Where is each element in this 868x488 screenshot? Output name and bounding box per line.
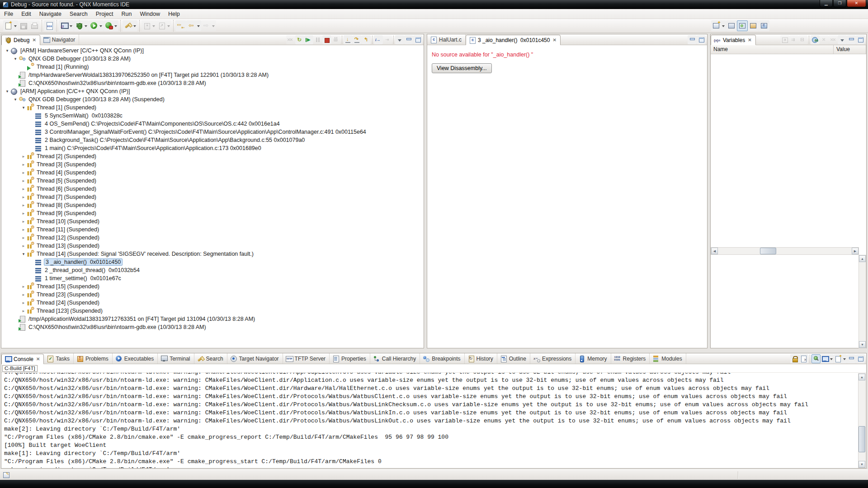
debug-target-dropdown-arrow[interactable]	[70, 25, 72, 28]
step-over-button[interactable]	[353, 35, 362, 44]
debug-tab-debug[interactable]: Debug✕	[1, 35, 40, 45]
clear-console-button[interactable]	[799, 354, 808, 363]
pin-console-button[interactable]	[811, 354, 821, 363]
bottom-tab-console[interactable]: Console✕	[1, 354, 44, 364]
column-header-name[interactable]: Name	[711, 45, 834, 54]
variables-vertical-scrollbar[interactable]: ▲ ▼	[859, 255, 866, 348]
collapsed-twisty-icon[interactable]: ▸	[20, 235, 27, 240]
minimize-button[interactable]	[688, 35, 697, 44]
collapsed-twisty-icon[interactable]: ▸	[20, 244, 27, 248]
bottom-tab-tftp-server[interactable]: TFTP Server	[283, 353, 330, 364]
tree-row[interactable]: ▸Thread [123] (Suspended)	[1, 307, 424, 315]
collapsed-twisty-icon[interactable]: ▸	[20, 284, 27, 289]
bottom-tab-expressions[interactable]: Expressions	[530, 353, 576, 364]
fastview-perspective-button[interactable]	[726, 20, 737, 31]
tree-row[interactable]: 3 ControlManager_SignalWaitForEvent() C:…	[1, 128, 424, 136]
close-icon[interactable]: ✕	[748, 38, 751, 42]
bottom-tab-registers[interactable]: Registers	[611, 353, 650, 364]
scroll-down-arrow[interactable]: ▼	[859, 341, 866, 348]
windows-taskbar[interactable]	[0, 480, 868, 488]
collapsed-twisty-icon[interactable]: ▸	[20, 154, 27, 159]
view-disassembly-button[interactable]: View Disassembly...	[432, 63, 492, 73]
profile-button[interactable]	[104, 20, 118, 31]
run-dropdown-arrow[interactable]	[99, 25, 102, 28]
collapsed-twisty-icon[interactable]: ▸	[20, 195, 27, 199]
tree-row[interactable]: 3 _aio_handler() 0x0101c450	[1, 258, 424, 266]
tree-row[interactable]: ▸Thread [24] (Suspended)	[1, 299, 424, 307]
tree-row[interactable]: 2 _thread_pool_thread() 0x01032b54	[1, 266, 424, 274]
bottom-tab-memory[interactable]: Memory	[576, 353, 611, 364]
last-edit-button[interactable]	[175, 20, 186, 31]
tree-row[interactable]: ▸Thread [4] (Suspended)	[1, 169, 424, 177]
menu-project[interactable]: Project	[92, 9, 118, 19]
minimize-button[interactable]	[847, 354, 856, 363]
cpp-perspective-button[interactable]	[759, 20, 769, 31]
collapsed-twisty-icon[interactable]: ▸	[20, 227, 27, 232]
open-type-dropdown-arrow[interactable]	[167, 25, 170, 28]
menu-help[interactable]: Help	[164, 9, 184, 19]
open-console-dropdown-arrow[interactable]	[843, 358, 846, 361]
tree-row[interactable]: C:\QNX650\host\win32\x86\usr\bin\ntoarm-…	[1, 79, 424, 87]
back-button[interactable]	[186, 20, 201, 31]
expanded-twisty-icon[interactable]: ▾	[12, 97, 19, 102]
back-dropdown-arrow[interactable]	[197, 25, 200, 28]
open-perspective-dropdown-arrow[interactable]	[722, 25, 725, 28]
minimize-button[interactable]	[847, 35, 856, 44]
resume-button[interactable]	[304, 35, 313, 44]
window-minimize-button[interactable]: ▁	[820, 0, 833, 7]
qnx-perspective-button[interactable]	[748, 20, 759, 31]
instruction-stepping-button[interactable]	[374, 35, 383, 44]
collapsed-twisty-icon[interactable]: ▸	[20, 203, 27, 207]
scroll-lock-button[interactable]	[790, 354, 799, 363]
close-icon[interactable]: ✕	[32, 38, 36, 42]
collapsed-twisty-icon[interactable]: ▸	[20, 162, 27, 167]
step-into-button[interactable]	[344, 35, 353, 44]
collapsed-twisty-icon[interactable]: ▸	[20, 170, 27, 175]
tree-row[interactable]: ▾[ARM] Application [C/C++ QNX QConn (IP)…	[1, 87, 424, 95]
step-return-button[interactable]	[362, 35, 371, 44]
show-globals-button[interactable]	[811, 35, 820, 44]
collapsed-twisty-icon[interactable]: ▸	[20, 292, 27, 297]
window-maximize-button[interactable]: ❐	[833, 0, 846, 7]
bottom-tab-properties[interactable]: Properties	[330, 353, 370, 364]
editor-tab-3-aio-handler-0x0101c450[interactable]: 3 _aio_handler() 0x0101c450✕	[466, 35, 561, 45]
tree-row[interactable]: ▸Thread [2] (Suspended)	[1, 152, 424, 160]
profile-dropdown-arrow[interactable]	[114, 25, 117, 28]
scrollbar-thumb[interactable]	[859, 426, 865, 452]
close-icon[interactable]: ✕	[552, 38, 556, 42]
collapsed-twisty-icon[interactable]: ▸	[20, 187, 27, 191]
tree-row[interactable]: ▸Thread [12] (Suspended)	[1, 234, 424, 242]
menu-edit[interactable]: Edit	[17, 9, 35, 19]
tree-row[interactable]: ▸Thread [11] (Suspended)	[1, 225, 424, 234]
maximize-button[interactable]	[697, 35, 706, 44]
menu-file[interactable]: File	[0, 9, 17, 19]
scroll-down-arrow[interactable]: ▼	[859, 461, 865, 468]
run-button[interactable]	[89, 20, 104, 31]
display-console-button[interactable]	[821, 354, 834, 363]
expanded-twisty-icon[interactable]: ▾	[4, 48, 10, 53]
bottom-tab-outline[interactable]: Outline	[497, 353, 530, 364]
tree-row[interactable]: ▸Thread [13] (Suspended)	[1, 242, 424, 250]
collapsed-twisty-icon[interactable]: ▸	[20, 178, 27, 183]
bottom-tab-breakpoints[interactable]: Breakpoints	[420, 353, 464, 364]
tree-row[interactable]: /tmp/HardwareServerWoldal138313970625235…	[1, 71, 424, 79]
tree-row[interactable]: 1 main() C:\Projects\Code\F4T\Main\Sourc…	[1, 144, 424, 152]
tree-row[interactable]: ▸Thread [8] (Suspended)	[1, 201, 424, 209]
tree-row[interactable]: ▾[ARM] HardwareServer [C/C++ QNX QConn (…	[1, 47, 424, 55]
search-tb-dropdown-arrow[interactable]	[133, 25, 136, 28]
collapsed-twisty-icon[interactable]: ▸	[20, 211, 27, 216]
expanded-twisty-icon[interactable]: ▾	[4, 89, 10, 94]
restart-button[interactable]	[295, 35, 304, 44]
bottom-tab-problems[interactable]: Problems	[74, 353, 113, 364]
column-header-value[interactable]: Value	[834, 45, 866, 54]
expanded-twisty-icon[interactable]: ▾	[12, 56, 19, 61]
scroll-right-arrow[interactable]: ▶	[852, 248, 859, 254]
tree-row[interactable]: 2 Background_Task() C:\Projects\Code\F4T…	[1, 136, 424, 144]
tree-row[interactable]: ▸Thread [15] (Suspended)	[1, 282, 424, 291]
collapsed-twisty-icon[interactable]: ▸	[20, 309, 27, 313]
maximize-button[interactable]	[413, 35, 422, 44]
window-close-button[interactable]: ✕	[847, 0, 866, 7]
collapsed-twisty-icon[interactable]: ▸	[20, 300, 27, 305]
view-menu-button[interactable]	[395, 35, 404, 44]
debug-button[interactable]	[74, 20, 89, 31]
